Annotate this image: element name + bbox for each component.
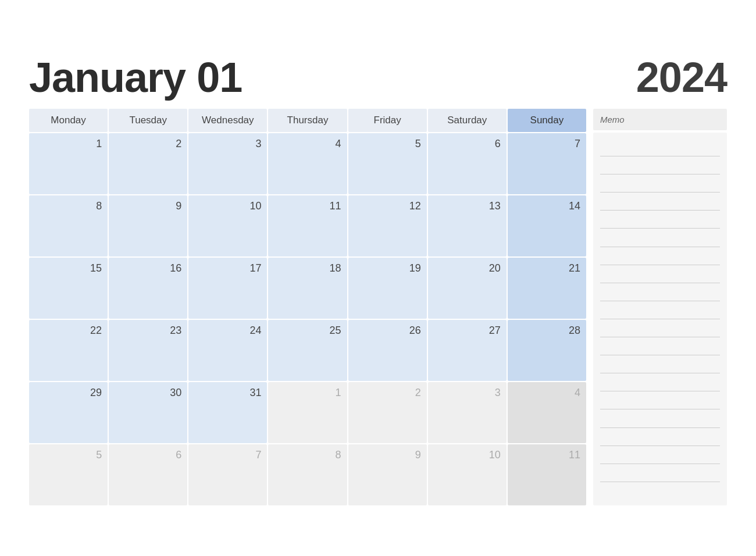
day-cell[interactable]: 7 [188, 444, 267, 505]
day-cell[interactable]: 4 [268, 133, 347, 194]
memo-line[interactable] [600, 428, 720, 446]
memo-line[interactable] [600, 464, 720, 482]
year-title: 2024 [636, 56, 727, 98]
day-number: 5 [415, 138, 421, 150]
day-header-thursday: Thursday [268, 109, 347, 132]
day-number: 6 [495, 138, 501, 150]
day-number: 3 [495, 387, 501, 399]
memo-line[interactable] [600, 283, 720, 301]
day-cell[interactable]: 10 [188, 195, 267, 256]
day-header-saturday: Saturday [428, 109, 507, 132]
day-number: 7 [575, 138, 580, 150]
memo-line[interactable] [600, 138, 720, 156]
day-number: 16 [170, 262, 181, 275]
day-cell[interactable]: 22 [29, 320, 108, 381]
memo-line[interactable] [600, 156, 720, 174]
memo-section: Memo [593, 109, 727, 505]
memo-line[interactable] [600, 265, 720, 283]
day-cell[interactable]: 8 [268, 444, 347, 505]
day-cell[interactable]: 27 [428, 320, 507, 381]
day-cell[interactable]: 14 [508, 195, 586, 256]
day-number: 2 [415, 387, 421, 399]
day-cell[interactable]: 25 [268, 320, 347, 381]
day-number: 8 [336, 449, 341, 461]
day-cell[interactable]: 2 [109, 133, 187, 194]
day-number: 4 [575, 387, 580, 399]
day-cell[interactable]: 15 [29, 258, 108, 319]
day-cell[interactable]: 13 [428, 195, 507, 256]
day-number: 24 [249, 325, 261, 337]
day-cell[interactable]: 17 [188, 258, 267, 319]
memo-line[interactable] [600, 482, 720, 500]
memo-lines[interactable] [593, 133, 727, 505]
day-cell[interactable]: 9 [109, 195, 187, 256]
day-cell[interactable]: 28 [508, 320, 586, 381]
day-header-friday: Friday [348, 109, 427, 132]
day-cell[interactable]: 11 [268, 195, 347, 256]
day-number: 15 [90, 262, 102, 275]
day-number: 29 [90, 387, 102, 399]
day-cell[interactable]: 5 [29, 444, 108, 505]
memo-line[interactable] [600, 391, 720, 409]
memo-line[interactable] [600, 193, 720, 211]
day-number: 11 [569, 449, 580, 461]
memo-line[interactable] [600, 319, 720, 337]
day-cell[interactable]: 1 [268, 382, 347, 443]
day-number: 3 [255, 138, 261, 150]
memo-line[interactable] [600, 174, 720, 193]
day-cell[interactable]: 6 [428, 133, 507, 194]
day-cell[interactable]: 23 [109, 320, 187, 381]
day-cell[interactable]: 18 [268, 258, 347, 319]
day-cell[interactable]: 16 [109, 258, 187, 319]
day-cell[interactable]: 31 [188, 382, 267, 443]
memo-line[interactable] [600, 247, 720, 265]
memo-line[interactable] [600, 355, 720, 373]
day-cell[interactable]: 10 [428, 444, 507, 505]
day-cell[interactable]: 19 [348, 258, 427, 319]
day-number: 10 [249, 200, 261, 212]
memo-line[interactable] [600, 337, 720, 355]
day-number: 23 [170, 325, 181, 337]
day-number: 21 [569, 262, 580, 275]
day-cell[interactable]: 1 [29, 133, 108, 194]
memo-line[interactable] [600, 409, 720, 427]
day-number: 30 [170, 387, 181, 399]
day-cell[interactable]: 4 [508, 382, 586, 443]
month-day-title: January 01 [29, 56, 242, 98]
day-cell[interactable]: 3 [428, 382, 507, 443]
memo-line[interactable] [600, 301, 720, 319]
memo-line[interactable] [600, 373, 720, 391]
day-number: 20 [489, 262, 501, 275]
memo-line[interactable] [600, 446, 720, 464]
day-cell[interactable]: 8 [29, 195, 108, 256]
day-cell[interactable]: 5 [348, 133, 427, 194]
day-cell[interactable]: 24 [188, 320, 267, 381]
calendar-grid: MondayTuesdayWednesdayThursdayFridaySatu… [29, 109, 586, 505]
day-number: 18 [330, 262, 341, 275]
week-row-3: 15161718192021 [29, 258, 586, 319]
day-cell[interactable]: 20 [428, 258, 507, 319]
day-header-tuesday: Tuesday [109, 109, 187, 132]
day-cell[interactable]: 26 [348, 320, 427, 381]
day-cell[interactable]: 9 [348, 444, 427, 505]
day-cell[interactable]: 11 [508, 444, 586, 505]
week-row-6: 567891011 [29, 444, 586, 505]
day-cell[interactable]: 12 [348, 195, 427, 256]
calendar-page: January 01 2024 MondayTuesdayWednesdayTh… [17, 39, 739, 517]
day-cell[interactable]: 29 [29, 382, 108, 443]
memo-line[interactable] [600, 211, 720, 229]
memo-line[interactable] [600, 229, 720, 247]
day-number: 8 [96, 200, 102, 212]
day-number: 4 [336, 138, 341, 150]
day-header-monday: Monday [29, 109, 108, 132]
day-cell[interactable]: 6 [109, 444, 187, 505]
day-cell[interactable]: 21 [508, 258, 586, 319]
day-number: 19 [409, 262, 421, 275]
day-cell[interactable]: 7 [508, 133, 586, 194]
day-cell[interactable]: 2 [348, 382, 427, 443]
day-number: 7 [255, 449, 261, 461]
memo-header: Memo [593, 109, 727, 130]
day-cell[interactable]: 3 [188, 133, 267, 194]
day-number: 12 [409, 200, 421, 212]
day-cell[interactable]: 30 [109, 382, 187, 443]
